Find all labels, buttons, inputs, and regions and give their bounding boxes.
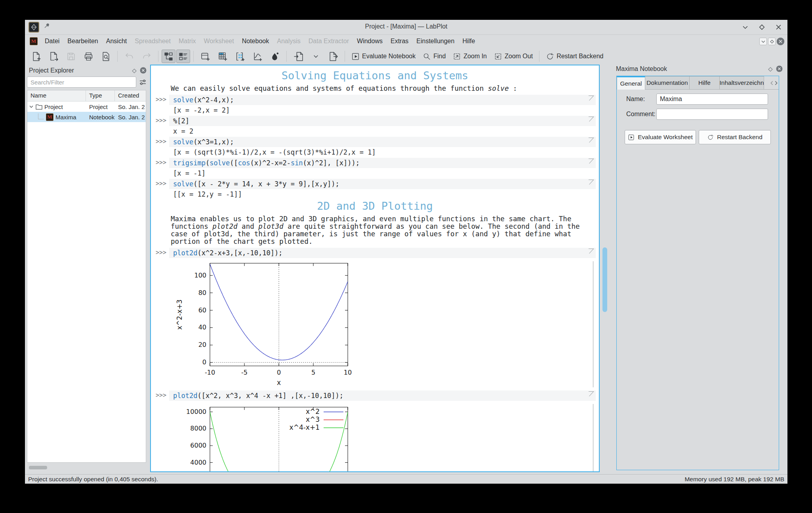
notebook-code-entry[interactable]: >>>plot2d(x^2-x+3,[x,-10,10]); bbox=[151, 248, 599, 258]
code-field[interactable]: solve(x^3=1,x); bbox=[169, 137, 596, 147]
svg-text:60: 60 bbox=[198, 306, 206, 314]
import-dropdown-button[interactable] bbox=[307, 50, 324, 63]
float-panel-icon[interactable] bbox=[768, 66, 773, 73]
search-input[interactable] bbox=[27, 77, 136, 88]
scrollbar-thumb[interactable] bbox=[29, 466, 47, 469]
svg-text:x^4-x+1: x^4-x+1 bbox=[290, 423, 320, 431]
tab-dokumentation[interactable]: Dokumentation bbox=[645, 76, 690, 90]
restart-backend-button[interactable]: Restart Backend bbox=[699, 130, 771, 144]
print-icon bbox=[84, 52, 93, 61]
menu-item-hilfe[interactable]: Hilfe bbox=[458, 34, 479, 48]
new-file-button[interactable] bbox=[28, 50, 44, 63]
export-button[interactable] bbox=[325, 50, 341, 63]
properties-tabs: General Dokumentation Hilfe Inhaltsverze… bbox=[617, 76, 779, 90]
undo-icon bbox=[124, 52, 134, 61]
print-preview-button[interactable] bbox=[97, 50, 114, 63]
notebook-code-entry[interactable]: >>>plot2d([x^2, x^3, x^4 -x +1] ,[x,-10,… bbox=[151, 390, 599, 401]
find-button[interactable]: Find bbox=[419, 50, 449, 63]
entry-corner-icon bbox=[588, 179, 594, 185]
mdi-close-icon[interactable] bbox=[777, 38, 784, 45]
zoom-in-button[interactable]: Zoom In bbox=[450, 50, 490, 63]
filter-options-icon[interactable] bbox=[139, 78, 147, 88]
code-field[interactable]: solve(x^2-4,x); bbox=[169, 95, 596, 105]
tree-row-maxima[interactable]: M Maxima Notebook So. Jan. 2 18: bbox=[27, 112, 146, 122]
menu-item-einstellungen[interactable]: Einstellungen bbox=[412, 34, 458, 48]
tab-general[interactable]: General bbox=[617, 76, 645, 90]
code-field[interactable]: plot2d([x^2, x^3, x^4 -x +1] ,[x,-10,10]… bbox=[169, 390, 596, 401]
code-field[interactable]: %[2] bbox=[169, 116, 596, 126]
notebook-code-entry[interactable]: >>>trigsimp(solve([cos(x)^2-x=2-sin(x)^2… bbox=[151, 158, 599, 168]
mdi-minimize-icon[interactable] bbox=[759, 38, 767, 45]
window-title: Project - [Maxima] — LabPlot bbox=[25, 23, 787, 30]
vertical-scrollbar[interactable] bbox=[602, 65, 608, 471]
notebook-code-entry[interactable]: >>>solve([x - 2*y = 14, x + 3*y = 9],[x,… bbox=[151, 179, 599, 189]
new-spreadsheet-button[interactable] bbox=[214, 50, 231, 63]
new-worksheet-icon bbox=[253, 52, 263, 61]
restart-backend-button[interactable]: Restart Backend bbox=[543, 50, 606, 63]
zoom-out-button[interactable]: Zoom Out bbox=[491, 50, 536, 63]
horizontal-scrollbar[interactable] bbox=[27, 466, 145, 470]
column-created: Created bbox=[115, 90, 146, 101]
code-field[interactable]: solve([x - 2*y = 14, x + 3*y = 9],[x,y])… bbox=[169, 179, 596, 189]
entry-corner-icon bbox=[588, 158, 594, 164]
comment-field[interactable] bbox=[656, 109, 768, 120]
name-field[interactable] bbox=[656, 94, 768, 105]
notebook-code-entry[interactable]: >>>solve(x^2-4,x); bbox=[151, 95, 599, 105]
properties-panel: Maxima Notebook General Dokumentation Hi… bbox=[612, 65, 783, 472]
svg-text:8000: 8000 bbox=[190, 425, 206, 432]
menu-item-notebook[interactable]: Notebook bbox=[238, 34, 273, 48]
tab-hilfe[interactable]: Hilfe bbox=[690, 76, 720, 90]
maximize-icon[interactable] bbox=[758, 23, 765, 31]
notebook-result: [x = -1] bbox=[173, 170, 596, 177]
entry-corner-icon bbox=[588, 95, 594, 101]
scrollbar-thumb[interactable] bbox=[602, 247, 607, 312]
code-field[interactable]: trigsimp(solve([cos(x)^2-x=2-sin(x)^2], … bbox=[169, 158, 596, 168]
menu-item-ansicht[interactable]: Ansicht bbox=[102, 34, 131, 48]
tree-row-project[interactable]: Project Project So. Jan. 2 18: bbox=[27, 101, 146, 112]
float-panel-icon[interactable] bbox=[132, 68, 137, 75]
undo-button bbox=[121, 50, 137, 63]
notebook-code-entry[interactable]: >>>solve(x^3=1,x); bbox=[151, 137, 599, 147]
menu-item-data-extractor: Data Extractor bbox=[305, 34, 353, 48]
open-file-icon bbox=[49, 52, 59, 61]
menu-item-datei[interactable]: Datei bbox=[41, 34, 63, 48]
mdi-restore-icon[interactable] bbox=[768, 38, 776, 45]
tab-scroll-left-icon[interactable] bbox=[770, 80, 774, 87]
menu-item-windows[interactable]: Windows bbox=[353, 34, 387, 48]
notebook-code-entry[interactable]: >>>%[2] bbox=[151, 116, 599, 126]
search-icon bbox=[423, 52, 431, 61]
entry-corner-icon bbox=[588, 116, 594, 122]
toggle-properties-button[interactable] bbox=[176, 50, 190, 63]
svg-text:4000: 4000 bbox=[190, 459, 206, 466]
new-datapicker-button[interactable] bbox=[267, 50, 283, 63]
close-icon[interactable] bbox=[775, 23, 782, 31]
menu-item-bearbeiten[interactable]: Bearbeiten bbox=[63, 34, 102, 48]
tree-header[interactable]: Name Type Created bbox=[27, 90, 146, 101]
new-workbook-button[interactable] bbox=[197, 50, 213, 63]
new-matrix-button[interactable] bbox=[232, 50, 248, 63]
chevron-down-icon bbox=[313, 54, 318, 59]
import-button[interactable] bbox=[290, 50, 307, 63]
evaluate-worksheet-button[interactable]: Evaluate Worksheet bbox=[625, 130, 696, 144]
close-panel-icon[interactable] bbox=[140, 67, 147, 75]
folder-icon bbox=[36, 104, 42, 110]
evaluate-notebook-button[interactable]: Evaluate Notebook bbox=[348, 50, 419, 63]
close-panel-icon[interactable] bbox=[776, 65, 783, 74]
tab-scroll-right-icon[interactable] bbox=[774, 80, 778, 87]
tab-inhaltsverzeichnis[interactable]: Inhaltsverzeichn bbox=[720, 76, 764, 90]
svg-text:x^2: x^2 bbox=[306, 408, 320, 415]
toggle-project-explorer-button[interactable] bbox=[162, 50, 175, 63]
code-field[interactable]: plot2d(x^2-x+3,[x,-10,10]); bbox=[169, 248, 596, 258]
menu-bar: M DateiBearbeitenAnsichtSpreadsheetMatri… bbox=[25, 34, 787, 48]
notebook-plot: -10-50510020406080100xx^2-x+3 bbox=[151, 260, 599, 388]
minimize-icon[interactable] bbox=[741, 23, 749, 31]
new-worksheet-button[interactable] bbox=[249, 50, 266, 63]
print-button[interactable] bbox=[80, 50, 97, 63]
redo-icon bbox=[142, 52, 152, 61]
svg-text:0: 0 bbox=[277, 369, 281, 376]
open-file-button[interactable] bbox=[45, 50, 62, 63]
comment-label: Comment: bbox=[626, 111, 656, 118]
menu-item-extras[interactable]: Extras bbox=[387, 34, 412, 48]
column-type: Type bbox=[86, 90, 115, 101]
svg-text:-5: -5 bbox=[241, 369, 248, 376]
